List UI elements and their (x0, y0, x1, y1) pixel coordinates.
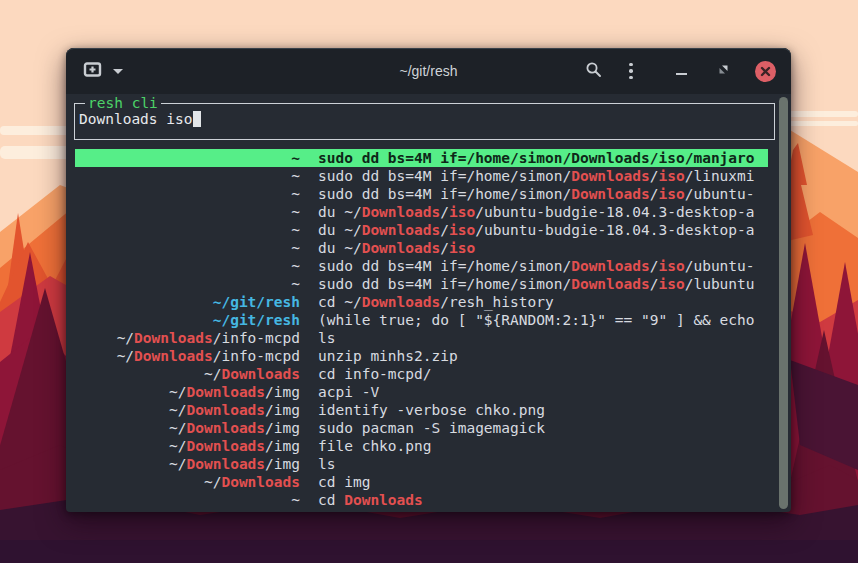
history-row[interactable]: ~/Downloads/imgsudo pacman -S imagemagic… (75, 419, 768, 437)
history-row-selected[interactable]: ~sudo dd bs=4M if=/home/simon/Downloads/… (75, 149, 768, 167)
row-location: ~ (75, 221, 300, 239)
row-location: ~/Downloads/img (75, 437, 300, 455)
row-command: du ~/Downloads/iso (318, 239, 768, 257)
row-command: cd Downloads (318, 491, 768, 509)
history-row[interactable]: ~sudo dd bs=4M if=/home/simon/Downloads/… (75, 185, 768, 203)
history-row[interactable]: ~cd Downloads (75, 491, 768, 509)
kebab-menu-icon (629, 63, 633, 80)
history-row[interactable]: ~/git/resh(while true; do [ "${RANDOM:2:… (75, 311, 768, 329)
row-location: ~ (75, 167, 300, 185)
history-row[interactable]: ~/Downloads/info-mcpdls (75, 329, 768, 347)
row-command: cd info-mcpd/ (318, 365, 768, 383)
row-command: identify -verbose chko.png (318, 401, 768, 419)
row-location: ~/Downloads/img (75, 383, 300, 401)
row-location: ~ (75, 203, 300, 221)
row-location: ~/Downloads/info-mcpd (75, 347, 300, 365)
search-frame: resh cli Downloads iso (74, 103, 775, 140)
chevron-down-icon (113, 69, 123, 74)
row-command: sudo dd bs=4M if=/home/simon/Downloads/i… (318, 275, 768, 293)
row-command: cd img (318, 473, 768, 491)
row-location: ~ (75, 239, 300, 257)
tab-dropdown-button[interactable] (108, 56, 128, 86)
row-location: ~/Downloads/img (75, 455, 300, 473)
restore-icon (717, 63, 730, 79)
history-row[interactable]: ~/Downloads/imgidentify -verbose chko.pn… (75, 401, 768, 419)
history-row[interactable]: ~du ~/Downloads/iso (75, 239, 768, 257)
close-icon (755, 61, 776, 82)
desktop: ~/git/resh (0, 0, 858, 563)
terminal-content: resh cli Downloads iso ~sudo dd bs=4M if… (66, 103, 791, 521)
new-tab-icon (83, 61, 102, 81)
history-row[interactable]: ~/Downloads/info-mcpdunzip minhs2.zip (75, 347, 768, 365)
history-row[interactable]: ~/Downloads/imgacpi -V (75, 383, 768, 401)
search-input[interactable]: Downloads iso (79, 111, 774, 127)
history-row[interactable]: ~/Downloadscd img (75, 473, 768, 491)
minimize-icon (676, 73, 687, 75)
row-location: ~/Downloads/info-mcpd (75, 329, 300, 347)
history-row[interactable]: ~sudo dd bs=4M if=/home/simon/Downloads/… (75, 167, 768, 185)
row-command: sudo dd bs=4M if=/home/simon/Downloads/i… (318, 149, 768, 167)
row-command: ls (318, 455, 768, 473)
new-tab-button[interactable] (78, 56, 106, 86)
row-location: ~ (75, 185, 300, 203)
row-location: ~ (75, 257, 300, 275)
history-row[interactable]: ~/Downloadscd info-mcpd/ (75, 365, 768, 383)
terminal-window: ~/git/resh (66, 48, 791, 512)
history-row[interactable]: ~sudo dd bs=4M if=/home/simon/Downloads/… (75, 257, 768, 275)
row-location: ~/git/resh (75, 311, 300, 329)
titlebar[interactable]: ~/git/resh (66, 48, 791, 94)
history-row[interactable]: ~/git/reshcd ~/Downloads/resh_history (75, 293, 768, 311)
row-location: ~/git/resh (75, 293, 300, 311)
history-row[interactable]: ~/Downloads/imgls (75, 455, 768, 473)
row-command: unzip minhs2.zip (318, 347, 768, 365)
row-command: acpi -V (318, 383, 768, 401)
row-command: cd ~/Downloads/resh_history (318, 293, 768, 311)
row-location: ~/Downloads/img (75, 401, 300, 419)
scrollbar[interactable] (779, 97, 788, 509)
history-row[interactable]: ~sudo dd bs=4M if=/home/simon/Downloads/… (75, 275, 768, 293)
history-row[interactable]: ~/Downloads/imgfile chko.png (75, 437, 768, 455)
row-location: ~/Downloads/img (75, 419, 300, 437)
frame-title: resh cli (85, 94, 161, 113)
minimize-button[interactable] (667, 56, 695, 86)
row-location: ~ (75, 275, 300, 293)
results-list: ~sudo dd bs=4M if=/home/simon/Downloads/… (75, 149, 768, 509)
row-command: (while true; do [ "${RANDOM:2:1}" == "9"… (318, 311, 768, 329)
restore-button[interactable] (709, 56, 737, 86)
search-button[interactable] (579, 56, 607, 86)
text-cursor (193, 111, 201, 127)
history-row[interactable]: ~du ~/Downloads/iso/ubuntu-budgie-18.04.… (75, 221, 768, 239)
row-location: ~/Downloads (75, 365, 300, 383)
close-button[interactable] (751, 56, 779, 86)
row-location: ~ (75, 491, 300, 509)
row-command: sudo dd bs=4M if=/home/simon/Downloads/i… (318, 185, 768, 203)
search-query-text: Downloads iso (79, 111, 193, 127)
history-row[interactable]: ~du ~/Downloads/iso/ubuntu-budgie-18.04.… (75, 203, 768, 221)
menu-button[interactable] (621, 56, 641, 86)
row-command: ls (318, 329, 768, 347)
row-command: sudo pacman -S imagemagick (318, 419, 768, 437)
row-command: file chko.png (318, 437, 768, 455)
row-command: sudo dd bs=4M if=/home/simon/Downloads/i… (318, 257, 768, 275)
row-command: du ~/Downloads/iso/ubuntu-budgie-18.04.3… (318, 203, 768, 221)
row-location: ~ (75, 149, 300, 167)
search-icon (585, 61, 602, 81)
row-command: du ~/Downloads/iso/ubuntu-budgie-18.04.3… (318, 221, 768, 239)
row-command: sudo dd bs=4M if=/home/simon/Downloads/i… (318, 167, 768, 185)
row-location: ~/Downloads (75, 473, 300, 491)
